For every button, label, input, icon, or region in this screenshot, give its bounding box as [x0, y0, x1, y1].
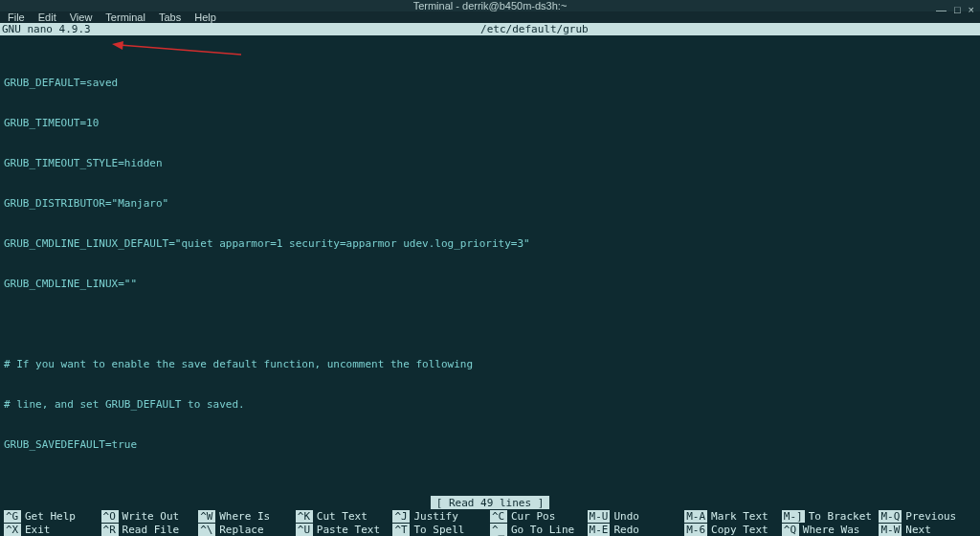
shortcut-label: Go To Line: [511, 524, 574, 536]
editor-area[interactable]: GRUB_DEFAULT=saved GRUB_TIMEOUT=10 GRUB_…: [0, 35, 980, 496]
shortcut-previous: M-QPrevious: [879, 509, 976, 523]
menu-tabs[interactable]: Tabs: [159, 11, 181, 23]
shortcut-label: Get Help: [25, 510, 76, 523]
shortcut-label: Undo: [613, 510, 639, 523]
shortcut-go-to-line: ^_Go To Line: [490, 523, 588, 536]
shortcut-key: ^K: [296, 510, 313, 523]
menu-edit[interactable]: Edit: [38, 11, 56, 23]
shortcut-key: M-Q: [879, 510, 902, 523]
annotation-arrow-icon: [112, 41, 241, 58]
menu-terminal[interactable]: Terminal: [105, 11, 145, 23]
svg-line-0: [120, 45, 241, 55]
shortcut-key: ^J: [392, 510, 410, 523]
shortcut-label: Justify: [413, 510, 457, 523]
menu-help[interactable]: Help: [194, 11, 216, 23]
shortcut-label: Where Was: [803, 524, 860, 536]
editor-line: [4, 318, 976, 331]
shortcut-label: Next: [905, 524, 931, 536]
shortcut-copy-text: M-6Copy Text: [684, 523, 782, 536]
shortcut-label: Paste Text: [317, 524, 380, 536]
nano-version: GNU nano 4.9.3: [2, 23, 91, 35]
shortcut-key: ^C: [490, 510, 507, 523]
shortcut-undo: M-UUndo: [588, 509, 685, 523]
shortcut-label: Exit: [25, 524, 51, 536]
nano-status-bar: [ Read 49 lines ]: [0, 496, 980, 509]
shortcut-key: ^U: [296, 524, 313, 536]
shortcut-redo: M-ERedo: [588, 523, 685, 536]
shortcut-read-file: ^RRead File: [101, 523, 199, 536]
menu-file[interactable]: File: [8, 11, 25, 23]
shortcut-paste-text: ^UPaste Text: [296, 523, 393, 536]
shortcut-to-bracket: M-]To Bracket: [782, 509, 880, 523]
shortcut-where-is: ^WWhere Is: [198, 509, 296, 523]
editor-line: # line, and set GRUB_DEFAULT to saved.: [4, 398, 976, 412]
window-titlebar[interactable]: Terminal - derrik@b450m-ds3h:~ — □ ×: [0, 0, 980, 11]
editor-line: GRUB_SAVEDEFAULT=true: [4, 438, 976, 452]
nano-shortcuts: ^GGet Help ^OWrite Out ^WWhere Is ^KCut …: [0, 509, 980, 536]
nano-header: GNU nano 4.9.3 /etc/default/grub: [0, 23, 980, 35]
shortcut-mark-text: M-AMark Text: [684, 509, 782, 523]
shortcut-key: M-A: [684, 510, 707, 523]
shortcut-next: M-WNext: [879, 523, 976, 536]
shortcut-cut-text: ^KCut Text: [296, 509, 393, 523]
shortcut-key: ^R: [101, 524, 119, 536]
shortcut-label: To Spell: [413, 524, 464, 536]
menu-bar: File Edit View Terminal Tabs Help: [0, 11, 980, 23]
shortcut-label: Previous: [905, 510, 956, 523]
shortcut-key: ^X: [4, 524, 21, 536]
shortcut-key: M-U: [588, 510, 611, 523]
editor-line: GRUB_CMDLINE_LINUX_DEFAULT="quiet apparm…: [4, 237, 976, 251]
shortcut-key: M-E: [588, 524, 611, 536]
shortcut-label: Cur Pos: [511, 510, 555, 523]
editor-line: [4, 479, 976, 492]
editor-line: GRUB_TIMEOUT=10: [4, 117, 976, 130]
shortcut-key: M-]: [782, 510, 805, 523]
menu-view[interactable]: View: [70, 11, 93, 23]
editor-line: GRUB_DISTRIBUTOR="Manjaro": [4, 197, 976, 211]
terminal-window: Terminal - derrik@b450m-ds3h:~ — □ × Fil…: [0, 0, 980, 536]
shortcut-label: Replace: [219, 524, 263, 536]
shortcut-key: ^T: [392, 524, 410, 536]
close-button[interactable]: ×: [969, 0, 974, 19]
shortcut-key: M-W: [879, 524, 902, 536]
shortcut-exit: ^XExit: [4, 523, 101, 536]
shortcut-key: ^Q: [782, 524, 799, 536]
shortcut-to-spell: ^TTo Spell: [392, 523, 490, 536]
window-controls: — □ ×: [936, 0, 974, 19]
shortcut-label: Redo: [613, 524, 639, 536]
maximize-button[interactable]: □: [954, 0, 961, 19]
editor-line: GRUB_DEFAULT=saved: [4, 77, 976, 90]
shortcut-key: ^_: [490, 524, 507, 536]
window-title: Terminal - derrik@b450m-ds3h:~: [413, 0, 568, 11]
shortcut-key: ^O: [101, 510, 119, 523]
shortcut-key: M-6: [684, 524, 707, 536]
minimize-button[interactable]: —: [936, 0, 947, 19]
nano-filepath: /etc/default/grub: [91, 23, 978, 35]
shortcut-justify: ^JJustify: [392, 509, 490, 523]
shortcut-cur-pos: ^CCur Pos: [490, 509, 588, 523]
editor-line: GRUB_CMDLINE_LINUX="": [4, 278, 976, 291]
shortcut-label: Where Is: [219, 510, 270, 523]
nano-status-text: [ Read 49 lines ]: [431, 496, 550, 509]
shortcut-where-was: ^QWhere Was: [782, 523, 880, 536]
shortcut-label: Cut Text: [317, 510, 368, 523]
shortcut-label: Copy Text: [711, 524, 768, 536]
editor-line: # If you want to enable the save default…: [4, 358, 976, 371]
shortcut-get-help: ^GGet Help: [4, 509, 101, 523]
shortcut-label: Mark Text: [711, 510, 768, 523]
shortcut-write-out: ^OWrite Out: [101, 509, 199, 523]
svg-marker-1: [112, 41, 123, 50]
shortcut-label: Write Out: [122, 510, 180, 523]
shortcut-label: Read File: [122, 524, 180, 536]
shortcut-key: ^G: [4, 510, 21, 523]
shortcut-replace: ^\Replace: [198, 523, 296, 536]
shortcut-key: ^\: [198, 524, 215, 536]
shortcut-label: To Bracket: [809, 510, 872, 523]
shortcut-key: ^W: [198, 510, 215, 523]
editor-line: GRUB_TIMEOUT_STYLE=hidden: [4, 157, 976, 170]
